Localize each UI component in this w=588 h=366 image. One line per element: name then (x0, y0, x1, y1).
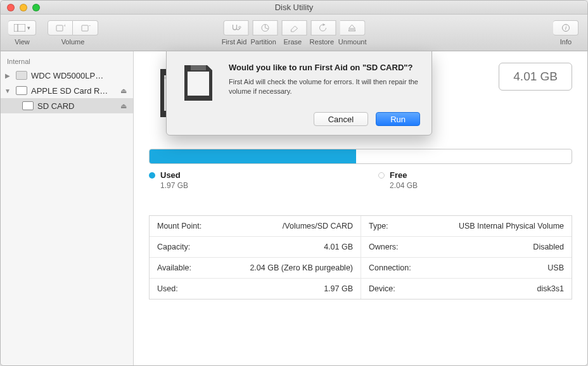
sidebar-item-sd-card[interactable]: SD CARD ⏏ (1, 98, 133, 113)
sd-card-icon (16, 86, 27, 95)
svg-rect-15 (191, 65, 206, 70)
volume-group: + − Volume (48, 20, 98, 46)
view-label: View (15, 38, 30, 46)
usage-bar (149, 149, 572, 164)
volume-add-button[interactable]: + (48, 20, 73, 35)
legend-free: Free (378, 170, 418, 180)
chevron-down-icon: ▾ (27, 25, 30, 31)
first-aid-label: First Aid (222, 38, 247, 46)
svg-text:−: − (89, 23, 91, 28)
sidebar-item-wdc[interactable]: ▶ WDC WD5000LP… (1, 68, 133, 83)
view-group: ▾ View (8, 20, 36, 46)
pie-icon (260, 23, 270, 32)
free-dot-icon (378, 172, 385, 179)
toolbar: ▾ View + − (1, 15, 587, 51)
legend-free-value: 2.04 GB (390, 181, 418, 190)
svg-rect-4 (82, 25, 88, 31)
info-label: Info (560, 38, 572, 46)
eject-icon[interactable]: ⏏ (120, 102, 127, 110)
stethoscope-icon (230, 23, 241, 32)
detail-capacity: Capacity:4.01 GB (150, 237, 361, 258)
volume-remove-icon: − (80, 23, 91, 32)
hdd-icon (16, 71, 27, 80)
details-table: Mount Point:/Volumes/SD CARD Type:USB In… (149, 215, 572, 300)
svg-rect-8 (349, 30, 355, 31)
dialog-heading: Would you like to run First Aid on "SD C… (229, 63, 420, 73)
detail-used: Used:1.97 GB (150, 279, 361, 299)
detail-type: Type:USB Internal Physical Volume (361, 216, 572, 237)
eject-icon (348, 23, 357, 32)
sidebar-section-internal: Internal (1, 55, 133, 68)
volume-remove-button[interactable]: − (73, 20, 98, 35)
disclosure-expanded-icon[interactable]: ▼ (3, 87, 12, 94)
volume-label: Volume (61, 38, 85, 46)
erase-label: Erase (280, 38, 305, 46)
dialog-sd-icon (178, 63, 219, 103)
detail-connection: Connection:USB (361, 258, 572, 279)
partition-label: Partition (251, 38, 276, 46)
info-group: i Info (553, 20, 578, 46)
used-dot-icon (149, 172, 155, 179)
detail-owners: Owners:Disabled (361, 237, 572, 258)
legend-free-label: Free (390, 170, 407, 180)
svg-rect-14 (188, 72, 209, 96)
svg-text:i: i (565, 25, 567, 31)
disk-utility-window: Disk Utility ▾ View (0, 0, 588, 366)
sidebar-icon (14, 24, 25, 32)
restore-label: Restore (309, 38, 335, 46)
svg-text:+: + (63, 23, 65, 28)
sd-card-icon (22, 101, 34, 110)
restore-button[interactable] (310, 20, 336, 35)
legend-used-value: 1.97 GB (160, 181, 188, 190)
unmount-label: Unmount (338, 38, 367, 46)
window-title: Disk Utility (1, 3, 587, 12)
svg-rect-2 (56, 25, 63, 31)
view-button[interactable]: ▾ (8, 20, 36, 35)
restore-icon (318, 23, 328, 32)
detail-device: Device:disk3s1 (361, 279, 572, 299)
total-size-pill: 4.01 GB (499, 63, 572, 91)
partition-button[interactable] (252, 20, 278, 35)
first-aid-dialog: Would you like to run First Aid on "SD C… (166, 51, 432, 136)
sidebar-item-label: SD CARD (37, 101, 75, 111)
detail-available: Available:2.04 GB (Zero KB purgeable) (150, 258, 361, 279)
volume-add-icon: + (55, 23, 65, 32)
eject-icon[interactable]: ⏏ (120, 87, 127, 95)
info-icon: i (561, 23, 571, 32)
info-button[interactable]: i (553, 20, 578, 35)
detail-mount-point: Mount Point:/Volumes/SD CARD (150, 216, 361, 237)
legend-used: Used (149, 170, 188, 180)
sidebar-item-label: WDC WD5000LP… (31, 71, 103, 80)
sidebar: Internal ▶ WDC WD5000LP… ▼ APPLE SD Card… (1, 51, 134, 365)
run-button[interactable]: Run (376, 112, 420, 126)
titlebar: Disk Utility (1, 1, 587, 15)
usage-bar-used (150, 149, 356, 163)
sidebar-item-apple-sd-reader[interactable]: ▼ APPLE SD Card R… ⏏ (1, 83, 133, 98)
usage-section: Used 1.97 GB Free 2.04 GB (149, 149, 572, 190)
unmount-button[interactable] (340, 20, 365, 35)
svg-point-6 (239, 26, 241, 28)
toolbar-center-cluster: First Aid Partition Erase Restore Unmoun… (222, 20, 367, 46)
dialog-body-text: First Aid will check the volume for erro… (229, 77, 420, 96)
sidebar-item-label: APPLE SD Card R… (31, 86, 108, 96)
disclosure-collapsed-icon[interactable]: ▶ (3, 72, 12, 79)
first-aid-button[interactable] (223, 20, 248, 35)
legend-used-label: Used (160, 170, 181, 180)
svg-rect-0 (14, 24, 25, 32)
erase-button[interactable] (281, 20, 307, 35)
cancel-button[interactable]: Cancel (314, 112, 368, 126)
eraser-icon (289, 23, 299, 32)
